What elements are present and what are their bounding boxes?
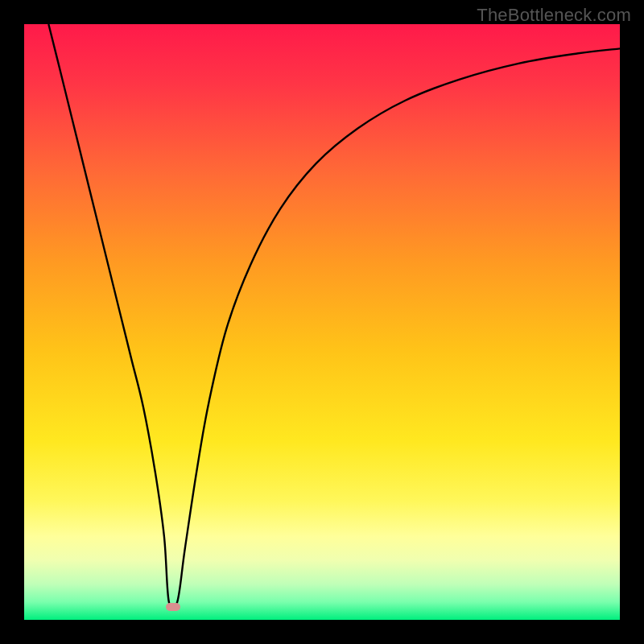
minimum-marker [166,603,180,611]
heat-gradient [24,24,620,620]
plot-area [24,24,620,620]
watermark-text: TheBottleneck.com [477,5,631,26]
